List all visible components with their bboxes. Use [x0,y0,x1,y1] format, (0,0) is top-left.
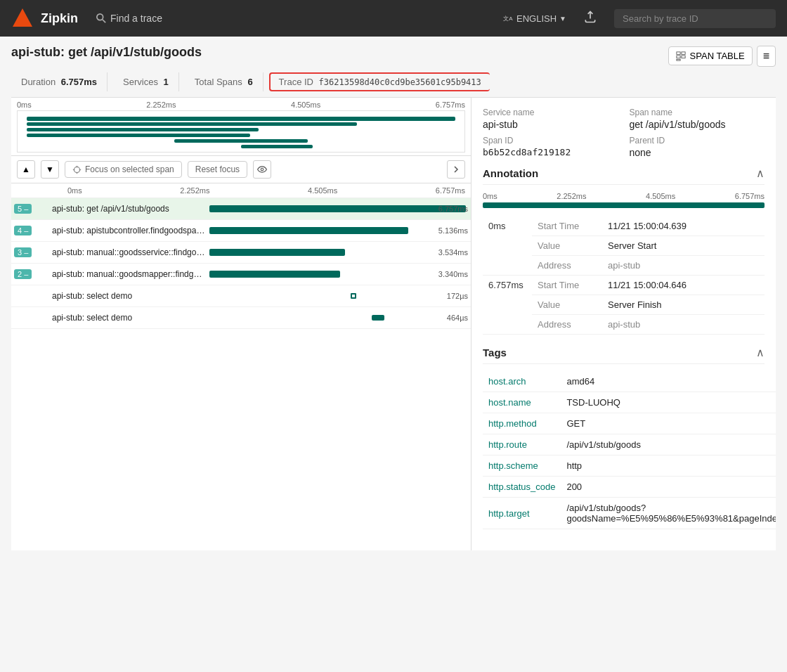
ruler-3: 6.757ms [436,101,465,109]
nav-up-button[interactable]: ▲ [17,160,35,179]
span-name-2: api-stub: manual::goodsservice::findgood… [48,245,209,260]
controls-row: ▲ ▼ Focus on selected span Re [11,156,471,183]
chevron-down-icon: ▼ [559,15,566,22]
span-id-label: Span ID [483,136,618,146]
menu-button[interactable]: ≡ [757,46,776,67]
span-row[interactable]: api-stub: select demo 464µs [11,307,471,329]
ann-val-start-1: 11/21 15:00:04.646 [602,276,765,295]
ann-key-start-1: Start Time [532,276,602,295]
find-trace-button[interactable]: Find a trace [89,8,169,28]
span-bar-col-4: 172µs [209,285,471,306]
spans-area: 5 – api-stub: get /api/v1/stub/goods 6.7… [11,198,471,329]
span-bar-col-0: 6.757ms [209,198,471,219]
annotation-header: Annotation ∧ [483,167,765,185]
span-duration-1: 5.136ms [438,226,468,235]
span-name-3: api-stub: manual::goodsmapper::findgoods… [48,266,209,282]
span-duration-0: 6.757ms [438,205,468,213]
annotation-row: 0ms Start Time 11/21 15:00:04.639 [483,217,765,236]
span-row[interactable]: 2 – api-stub: manual::goodsmapper::findg… [11,264,471,285]
chevron-right-icon [452,165,460,174]
translate-icon: 文A [502,13,514,24]
svg-marker-0 [13,8,32,27]
annotation-table: 0ms Start Time 11/21 15:00:04.639 Value … [483,217,765,335]
toggle-eye-button[interactable] [253,160,271,179]
nav-down-button[interactable]: ▼ [41,160,59,179]
service-span-grid: Service name api-stub Span name get /api… [483,108,765,158]
tag-val-5: 200 [561,477,776,498]
svg-text:文A: 文A [503,15,513,22]
span-bar-5 [372,315,385,321]
tag-row: http.route /api/v1/stub/goods [483,434,776,455]
timeline-ruler: 0ms 2.252ms 4.505ms 6.757ms [11,98,471,109]
span-bar-col-1: 5.136ms [209,220,471,241]
search-trace-input[interactable] [614,9,776,28]
focus-span-button[interactable]: Focus on selected span [65,161,182,178]
tag-val-4: http [561,455,776,477]
annotation-row: 6.757ms Start Time 11/21 15:00:04.646 [483,276,765,295]
ann-key-addr-0: Address [532,256,602,276]
duration-item: Duration 6.757ms [11,72,108,91]
tag-val-0: amd64 [561,371,776,392]
svg-rect-5 [681,51,684,54]
tag-val-1: TSD-LUOHQ [561,392,776,413]
annotation-section: Annotation ∧ 0ms 2.252ms 4.505ms 6.757ms [483,167,765,335]
ann-bar [483,202,765,208]
trace-info-bar: Duration 6.757ms Services 1 Total Spans … [11,72,776,91]
tag-val-6: /api/v1/stub/goods?goodsName=%E5%95%86%E… [561,498,776,529]
ann-ruler-0: 0ms [483,192,497,200]
ann-val-val-1: Server Finish [602,295,765,315]
ann-val-val-0: Server Start [602,236,765,256]
overview-bars[interactable] [17,110,465,153]
span-table-button[interactable]: SPAN TABLE [668,46,753,65]
span-bar-col-5: 464µs [209,307,471,328]
eye-icon [257,164,267,174]
ann-time-1: 6.757ms [483,276,532,335]
down-arrow-icon: ▼ [46,164,54,174]
services-value: 1 [164,77,169,87]
span-row[interactable]: 4 – api-stub: apistubcontroller.findgood… [11,220,471,242]
span-name-5: api-stub: select demo [48,310,209,325]
tag-row: http.status_code 200 [483,477,776,498]
svg-point-1 [97,14,103,20]
span-id-value: b6b52cd8af219182 [483,147,618,157]
services-item: Services 1 [113,72,179,91]
span-name-4: api-stub: select demo [48,288,209,304]
span-depth-2: 3 – [11,247,48,257]
tag-key-2: http.method [483,413,561,434]
language-button[interactable]: 文A ENGLISH ▼ [502,13,566,24]
right-panel: Service name api-stub Span name get /api… [471,98,776,550]
svg-point-14 [261,168,264,171]
span-bar-col-2: 3.534ms [209,242,471,263]
ann-key-val-0: Value [532,236,602,256]
tags-collapse-button[interactable]: ∧ [756,346,765,359]
ann-key-start-0: Start Time [532,217,602,236]
expand-button[interactable] [447,160,465,179]
tag-key-3: http.route [483,434,561,455]
ruler-1: 2.252ms [146,101,176,109]
span-name-0: api-stub: get /api/v1/stub/goods [48,201,209,217]
span-ruler-0: 0ms [67,186,82,195]
span-bar-1 [209,227,408,234]
span-duration-3: 3.340ms [438,270,468,278]
reset-focus-button[interactable]: Reset focus [188,161,247,178]
annotation-collapse-button[interactable]: ∧ [756,167,765,180]
total-spans-label: Total Spans [195,77,242,87]
span-row[interactable]: 3 – api-stub: manual::goodsservice::find… [11,242,471,264]
tag-val-2: GET [561,413,776,434]
upload-button[interactable] [578,7,603,30]
span-row[interactable]: api-stub: select demo 172µs [11,285,471,307]
ann-val-addr-1: api-stub [602,315,765,335]
span-ruler-3: 6.757ms [436,186,465,195]
service-name-label: Service name [483,108,618,117]
ann-time-0: 0ms [483,217,532,276]
search-icon [96,13,106,23]
logo-area: Zipkin [11,7,78,30]
span-ruler-1: 2.252ms [180,186,209,195]
span-bar-3 [209,271,340,278]
zipkin-logo-icon [11,7,34,30]
up-arrow-icon: ▲ [22,164,30,174]
find-trace-label: Find a trace [110,13,162,24]
parent-id-value: none [630,147,765,158]
page-title: api-stub: get /api/v1/stub/goods [11,45,202,60]
span-row[interactable]: 5 – api-stub: get /api/v1/stub/goods 6.7… [11,198,471,220]
